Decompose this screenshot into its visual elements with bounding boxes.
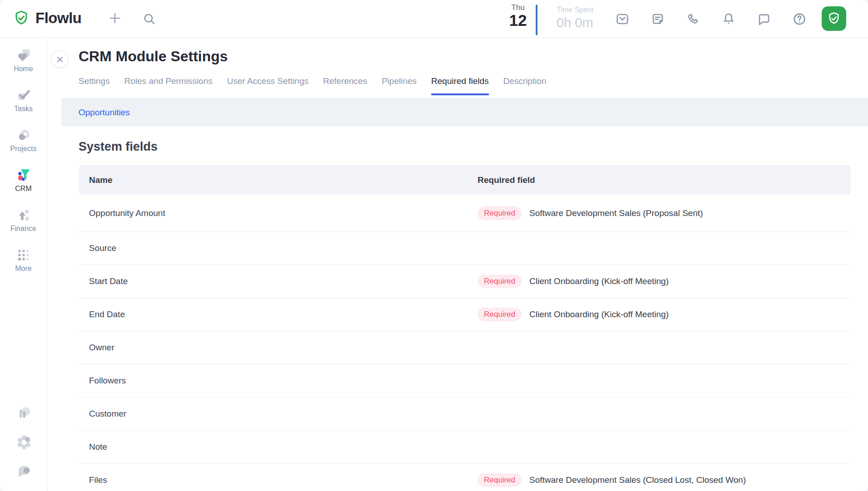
row-pipelines: Software Development Sales (Proposal Sen…: [529, 208, 703, 218]
time-spent-value: 0h 0m: [557, 15, 593, 30]
sidebar-item-tasks[interactable]: Tasks: [0, 87, 47, 117]
tab-bar: SettingsRoles and PermissionsUser Access…: [79, 76, 547, 95]
row-pipelines: Client Onboarding (Kick-off Meeting): [529, 309, 669, 319]
support-chat-icon[interactable]: [15, 463, 32, 479]
tab-roles-and-permissions[interactable]: Roles and Permissions: [124, 76, 212, 95]
table-row[interactable]: Start Date Required Client Onboarding (K…: [79, 265, 851, 298]
row-pipelines: Client Onboarding (Kick-off Meeting): [529, 276, 669, 286]
main-content: CRM Module Settings SettingsRoles and Pe…: [48, 38, 868, 491]
breadcrumb: Opportunities: [62, 98, 868, 126]
phone-icon[interactable]: [686, 12, 700, 26]
required-badge: Required: [478, 473, 522, 487]
settings-gear-icon[interactable]: [15, 434, 32, 450]
notes-icon[interactable]: [651, 12, 665, 26]
row-name: Source: [79, 243, 468, 253]
sidebar-item-label: Tasks: [14, 105, 33, 113]
brand-name: Flowlu: [35, 10, 81, 27]
table-header: Name Required field: [79, 165, 851, 195]
row-name: Files: [79, 475, 468, 485]
table-row[interactable]: End Date Required Client Onboarding (Kic…: [79, 298, 851, 331]
page-title: CRM Module Settings: [79, 48, 228, 65]
table-row[interactable]: Owner: [79, 331, 851, 364]
tab-settings[interactable]: Settings: [79, 76, 110, 95]
row-name: Start Date: [79, 276, 468, 286]
breadcrumb-opportunities-link[interactable]: Opportunities: [79, 108, 130, 118]
time-spent-label: Time Spent: [557, 6, 593, 14]
table-row[interactable]: Opportunity Amount Required Software Dev…: [79, 195, 851, 232]
column-header-name: Name: [79, 175, 468, 185]
row-name: Followers: [79, 376, 468, 386]
sidebar-item-label: Finance: [10, 225, 36, 233]
sidebar-item-label: Projects: [10, 145, 37, 153]
close-icon[interactable]: [51, 50, 69, 68]
sidebar-item-more[interactable]: More: [0, 247, 47, 277]
system-fields-table: Name Required field Opportunity Amount R…: [79, 165, 851, 491]
tab-pipelines[interactable]: Pipelines: [382, 76, 417, 95]
sidebar-item-crm[interactable]: CRM: [0, 167, 47, 197]
row-name: Note: [79, 442, 468, 452]
sidebar-nav: Home Tasks Projects: [0, 38, 47, 491]
flowlu-logo[interactable]: Flowlu: [13, 10, 81, 27]
sidebar-item-projects[interactable]: Projects: [0, 127, 47, 157]
tab-required-fields[interactable]: Required fields: [431, 76, 489, 95]
table-row[interactable]: Customer: [79, 398, 851, 431]
row-name: Customer: [79, 409, 468, 419]
workspace-shield-icon[interactable]: [822, 6, 846, 31]
required-badge: Required: [478, 275, 522, 288]
sidebar-item-label: CRM: [15, 185, 31, 193]
crm-funnel-icon: [15, 167, 32, 183]
sidebar-item-label: Home: [14, 65, 33, 73]
apps-icon[interactable]: [15, 405, 32, 421]
chat-icon[interactable]: [757, 12, 771, 26]
flowlu-shield-logo-icon: [13, 10, 30, 27]
row-name: Opportunity Amount: [79, 208, 468, 218]
app-window: Flowlu Thu 12 Time Spent 0h 0m: [0, 0, 868, 491]
column-header-required-field: Required field: [468, 175, 851, 185]
time-spent-widget[interactable]: Time Spent 0h 0m: [557, 6, 593, 30]
sidebar-bottom-icons: [15, 405, 32, 491]
sidebar-item-finance[interactable]: Finance: [0, 207, 47, 237]
finance-icon: [15, 207, 32, 223]
tab-user-access-settings[interactable]: User Access Settings: [227, 76, 309, 95]
date-weekday: Thu: [502, 3, 534, 12]
mail-icon[interactable]: [615, 12, 630, 26]
tab-description[interactable]: Description: [503, 76, 547, 95]
time-divider: [536, 5, 538, 35]
section-title: System fields: [79, 140, 158, 154]
required-badge: Required: [478, 308, 522, 321]
top-bar: Flowlu Thu 12 Time Spent 0h 0m: [0, 0, 868, 38]
table-body: Opportunity Amount Required Software Dev…: [79, 195, 851, 491]
required-badge: Required: [478, 206, 522, 220]
add-button[interactable]: [108, 11, 123, 26]
home-icon: [15, 47, 32, 64]
search-icon[interactable]: [143, 12, 157, 27]
projects-icon: [15, 127, 32, 143]
row-name: End Date: [79, 309, 468, 319]
date-number: 12: [502, 12, 534, 29]
calendar-date[interactable]: Thu 12: [502, 3, 534, 29]
notifications-icon[interactable]: [721, 12, 736, 26]
sidebar-item-home[interactable]: Home: [0, 47, 47, 77]
row-name: Owner: [79, 343, 468, 353]
sidebar-item-label: More: [15, 265, 31, 273]
table-row[interactable]: Source: [79, 232, 851, 265]
table-row[interactable]: Files Required Software Development Sale…: [79, 464, 851, 491]
tab-references[interactable]: References: [323, 76, 367, 95]
more-grid-icon: [15, 247, 32, 263]
table-row[interactable]: Followers: [79, 364, 851, 398]
tasks-icon: [15, 87, 32, 103]
row-pipelines: Software Development Sales (Closed Lost,…: [529, 475, 746, 485]
table-row[interactable]: Note: [79, 431, 851, 464]
